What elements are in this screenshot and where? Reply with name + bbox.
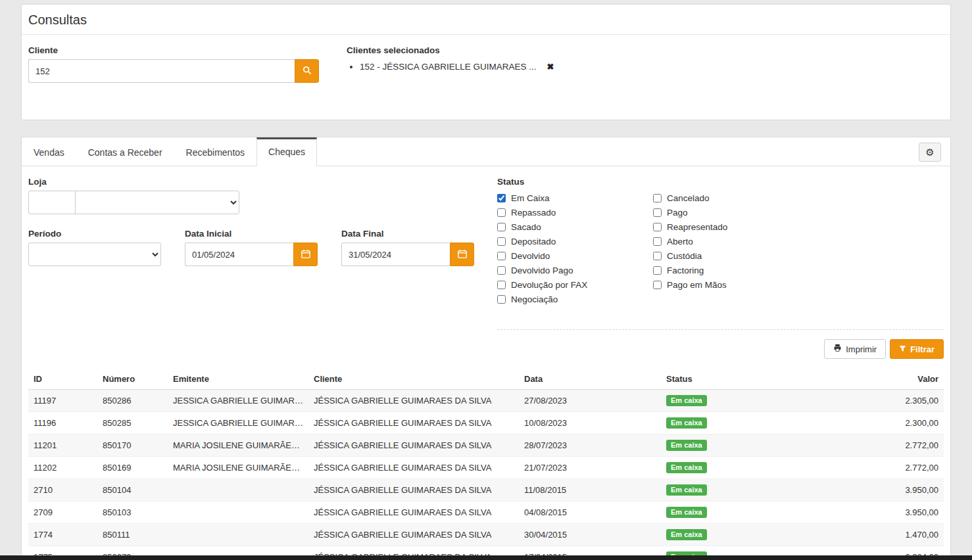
status-option: Devolvido Pago <box>497 263 653 277</box>
selected-client-item: 152 - JÉSSICA GABRIELLE GUIMARAES ... ✖ <box>360 60 554 74</box>
status-option: Sacado <box>497 220 653 234</box>
cell-emitente <box>168 479 308 502</box>
printer-icon <box>833 344 842 354</box>
tab-bar: Vendas Contas a Receber Recebimentos Che… <box>22 137 950 166</box>
data-inicial-group: Data Inicial <box>185 229 318 266</box>
cell-status: Em caixa <box>661 412 838 434</box>
data-final-calendar-button[interactable] <box>450 243 474 266</box>
cheques-table-wrap: ID Número Emitente Cliente Data Status V… <box>22 369 950 560</box>
cell-emitente: MARIA JOSILENE GUIMARÃES SILVA <box>168 457 308 479</box>
col-header-valor: Valor <box>838 369 944 390</box>
col-header-emitente: Emitente <box>168 369 308 390</box>
settings-button[interactable]: ⚙ <box>919 143 941 162</box>
filtrar-button[interactable]: Filtrar <box>890 339 944 359</box>
status-option-label: Negociação <box>511 294 558 304</box>
cell-data: 11/08/2015 <box>519 479 661 502</box>
status-checkbox[interactable] <box>653 208 662 217</box>
cell-emitente <box>168 502 308 524</box>
col-header-status: Status <box>661 369 838 390</box>
cheques-table-body: 11197 850286 JESSICA GABRIELLE GUIMARAES… <box>28 390 944 560</box>
cell-valor: 2.772,00 <box>838 457 944 479</box>
status-badge: Em caixa <box>666 529 707 540</box>
cheques-panel: Vendas Contas a Receber Recebimentos Che… <box>21 137 951 560</box>
cell-cliente: JÉSSICA GABRIELLE GUIMARAES DA SILVA <box>308 479 519 502</box>
status-checkbox[interactable] <box>497 295 506 304</box>
status-checkbox[interactable] <box>653 281 662 289</box>
col-header-data: Data <box>519 369 661 390</box>
status-option: Repassado <box>497 205 653 220</box>
cliente-search-button[interactable] <box>295 59 319 83</box>
tab-vendas[interactable]: Vendas <box>22 137 76 166</box>
status-option-label: Devolvido <box>511 251 550 261</box>
status-checkbox[interactable] <box>497 281 506 289</box>
status-option-label: Factoring <box>667 266 704 275</box>
cell-valor: 2.305,00 <box>838 390 944 412</box>
loja-number-input[interactable] <box>28 191 76 214</box>
status-checkbox[interactable] <box>653 223 662 231</box>
table-row[interactable]: 2710 850104 JÉSSICA GABRIELLE GUIMARAES … <box>28 479 944 502</box>
data-inicial-input[interactable] <box>185 243 293 266</box>
status-checkbox[interactable] <box>497 208 506 217</box>
tab-contas-a-receber[interactable]: Contas a Receber <box>76 137 174 166</box>
status-option-label: Custódia <box>667 251 702 261</box>
tab-recebimentos[interactable]: Recebimentos <box>174 137 257 166</box>
table-row[interactable]: 1774 850111 JÉSSICA GABRIELLE GUIMARAES … <box>28 524 944 546</box>
status-checkbox[interactable] <box>497 194 506 202</box>
status-option-label: Em Caixa <box>511 193 550 203</box>
cliente-search-input[interactable] <box>28 59 295 83</box>
loja-select[interactable] <box>75 191 239 214</box>
status-checkbox[interactable] <box>497 266 506 275</box>
status-badge: Em caixa <box>666 395 707 406</box>
cell-valor: 3.950,00 <box>838 502 944 524</box>
table-row[interactable]: 11201 850170 MARIA JOSILENE GUIMARÃES SI… <box>28 434 944 457</box>
status-checkbox[interactable] <box>653 237 662 246</box>
data-inicial-calendar-button[interactable] <box>293 243 318 266</box>
clientes-selecionados-group: Clientes selecionados 152 - JÉSSICA GABR… <box>347 45 554 83</box>
status-checkbox[interactable] <box>497 237 506 246</box>
status-checkbox[interactable] <box>653 252 662 260</box>
consultas-body: Cliente Clientes selecionados 152 - JÉS <box>22 35 950 120</box>
tab-cheques[interactable]: Cheques <box>256 137 317 166</box>
table-row[interactable]: 11202 850169 MARIA JOSILENE GUIMARÃES SI… <box>28 457 944 479</box>
status-option: Devolvido <box>497 248 653 263</box>
table-row[interactable]: 11197 850286 JESSICA GABRIELLE GUIMARAES… <box>28 390 944 412</box>
status-label: Status <box>497 177 944 187</box>
periodo-select[interactable] <box>28 243 161 266</box>
cell-numero: 850104 <box>97 479 168 502</box>
status-option-label: Devolução por FAX <box>511 280 587 290</box>
calendar-icon <box>301 249 310 260</box>
status-option: Cancelado <box>653 191 727 205</box>
data-final-input[interactable] <box>341 243 450 266</box>
table-row[interactable]: 2709 850103 JÉSSICA GABRIELLE GUIMARAES … <box>28 502 944 524</box>
status-checkbox[interactable] <box>497 223 506 231</box>
bottom-edge-strip <box>0 555 972 560</box>
table-row[interactable]: 11196 850285 JESSICA GABRIELLE GUIMARAES… <box>28 412 944 434</box>
cell-numero: 850285 <box>97 412 168 434</box>
status-badge: Em caixa <box>666 484 707 496</box>
cell-emitente <box>168 524 308 546</box>
cell-emitente: MARIA JOSILENE GUIMARÃES SILVA <box>168 434 308 457</box>
cliente-label: Cliente <box>28 45 319 55</box>
status-badge: Em caixa <box>666 507 707 518</box>
cell-cliente: JÉSSICA GABRIELLE GUIMARAES DA SILVA <box>308 502 519 524</box>
data-inicial-label: Data Inicial <box>185 229 318 239</box>
cell-numero: 850286 <box>97 390 168 412</box>
cell-id: 11201 <box>28 434 97 457</box>
cheques-table: ID Número Emitente Cliente Data Status V… <box>28 369 944 560</box>
status-checkbox[interactable] <box>497 252 506 260</box>
cell-numero: 850170 <box>97 434 168 457</box>
selected-clients-list: 152 - JÉSSICA GABRIELLE GUIMARAES ... ✖ <box>360 60 554 74</box>
status-checkbox[interactable] <box>653 194 662 202</box>
remove-client-icon[interactable]: ✖ <box>547 62 554 72</box>
col-header-numero: Número <box>97 369 168 390</box>
cell-valor: 2.772,00 <box>838 434 944 457</box>
imprimir-button[interactable]: Imprimir <box>824 339 886 359</box>
status-column-2: Cancelado Pago Reapresentado Aberto Cust… <box>653 191 727 306</box>
cell-valor: 1.470,00 <box>838 524 944 546</box>
status-checkbox[interactable] <box>653 266 662 275</box>
consultas-panel: Consultas Cliente Clientes selecionados <box>21 4 951 120</box>
status-badge: Em caixa <box>666 440 707 451</box>
cell-id: 2710 <box>28 479 97 502</box>
status-option: Pago <box>653 205 727 220</box>
cell-emitente: JESSICA GABRIELLE GUIMARAES D... <box>168 412 308 434</box>
